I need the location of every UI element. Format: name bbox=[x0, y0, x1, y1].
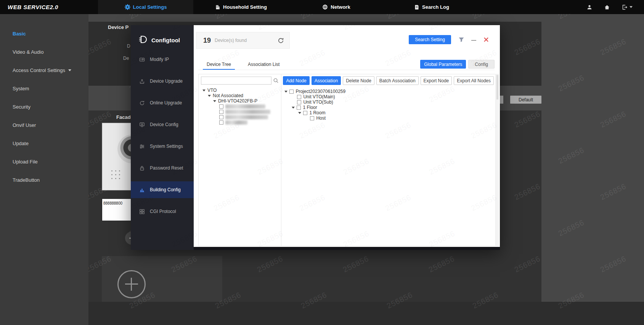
checkbox[interactable] bbox=[297, 95, 301, 99]
tree-node-host[interactable]: Host bbox=[283, 115, 494, 121]
tree-node-room[interactable]: 1 Room bbox=[283, 110, 494, 115]
tree-expander-icon[interactable] bbox=[292, 107, 295, 109]
devices-found-box: 19 Device(s) found bbox=[196, 32, 290, 49]
nav-label: Network bbox=[331, 4, 350, 10]
search-icon[interactable] bbox=[273, 78, 279, 83]
device-count-label: Device(s) found bbox=[215, 38, 247, 43]
add-button[interactable] bbox=[117, 270, 146, 298]
association-button[interactable]: Association bbox=[312, 76, 341, 85]
add-node-button[interactable]: Add Node bbox=[283, 76, 309, 85]
menu-item-label: Device Config bbox=[150, 122, 178, 127]
sidebar-item-security[interactable]: Security bbox=[0, 98, 88, 116]
redacted-text bbox=[225, 115, 268, 119]
tree-expander-icon[interactable] bbox=[298, 112, 301, 114]
checkbox[interactable] bbox=[289, 90, 294, 94]
tree-node-redacted[interactable] bbox=[201, 109, 279, 114]
tab-device-tree[interactable]: Device Tree bbox=[198, 59, 239, 70]
menu-item-device-config[interactable]: Device Config bbox=[131, 116, 194, 133]
filter-icon[interactable] bbox=[458, 37, 464, 43]
close-icon[interactable] bbox=[483, 37, 489, 42]
tree-expander-icon[interactable] bbox=[284, 91, 287, 93]
menu-item-label: Modify IP bbox=[150, 57, 169, 62]
checkbox[interactable] bbox=[219, 115, 223, 119]
truncated-label-2: De bbox=[123, 56, 129, 61]
checkbox[interactable] bbox=[297, 100, 301, 104]
scrollbar[interactable] bbox=[496, 74, 499, 246]
tree-node-unit-vto-sub[interactable]: Unit VTO(Sub) bbox=[283, 99, 494, 105]
sidebar-item-access-control-settings[interactable]: Access Control Settings bbox=[0, 61, 88, 79]
sidebar-item-label: Upload File bbox=[13, 159, 38, 165]
tree-node-not-associated[interactable]: Not Associated bbox=[201, 93, 279, 98]
tree-expander-icon[interactable] bbox=[208, 95, 211, 97]
batch-association-button[interactable]: Batch Association bbox=[376, 76, 419, 85]
default-button-label: Default bbox=[519, 97, 533, 102]
checkbox[interactable] bbox=[297, 106, 301, 110]
sidebar-item-upload-file[interactable]: Upload File bbox=[0, 152, 88, 171]
menu-item-password-reset[interactable]: Password Reset bbox=[131, 160, 194, 176]
nav-label: Search Log bbox=[422, 4, 449, 10]
scrollbar-thumb[interactable] bbox=[496, 75, 498, 99]
sidebar-item-video-audio[interactable]: Video & Audio bbox=[0, 43, 88, 61]
tree-node-redacted[interactable] bbox=[201, 104, 279, 109]
menu-item-building-config[interactable]: Building Config bbox=[131, 181, 194, 198]
tree-node-redacted[interactable] bbox=[201, 114, 279, 120]
sidebar-item-update[interactable]: Update bbox=[0, 134, 88, 152]
sidebar-item-basic[interactable]: Basic bbox=[0, 24, 88, 43]
tree-node-project[interactable]: Project20230706100259 bbox=[283, 89, 494, 94]
device-search-input[interactable] bbox=[201, 77, 271, 85]
sidebar-item-onvif-user[interactable]: Onvif User bbox=[0, 116, 88, 134]
tree-expander-icon[interactable] bbox=[213, 100, 216, 102]
menu-item-label: Building Config bbox=[150, 187, 181, 192]
checkbox[interactable] bbox=[219, 104, 223, 109]
checkbox[interactable] bbox=[310, 116, 314, 120]
export-all-nodes-button[interactable]: Export All Nodes bbox=[454, 76, 494, 85]
menu-item-online-upgrade[interactable]: Online Upgrade bbox=[131, 94, 194, 111]
config-button[interactable]: Config bbox=[468, 60, 495, 69]
nav-tab-local-settings[interactable]: Local Settings bbox=[98, 0, 193, 14]
checkbox[interactable] bbox=[219, 120, 223, 125]
tab-association-list[interactable]: Association List bbox=[239, 59, 288, 70]
tree-node-floor[interactable]: 1 Floor bbox=[283, 105, 494, 110]
nav-label: Local Settings bbox=[133, 4, 167, 10]
watermark-text: 256856 bbox=[128, 14, 157, 21]
tree-node-label: Not Associated bbox=[213, 93, 243, 98]
default-button[interactable]: Default bbox=[510, 96, 541, 104]
global-parameters-button[interactable]: Global Parameters bbox=[420, 60, 466, 69]
checkbox[interactable] bbox=[303, 111, 307, 115]
building-config-icon bbox=[139, 187, 145, 193]
delete-node-button[interactable]: Delete Node bbox=[343, 76, 374, 85]
partial-button bbox=[500, 96, 503, 104]
nav-tab-household-setting[interactable]: Household Setting bbox=[193, 0, 289, 14]
watermark-text: 256856 bbox=[599, 37, 628, 57]
nav-tab-search-log[interactable]: Search Log bbox=[384, 0, 479, 14]
logout-icon[interactable] bbox=[622, 4, 633, 10]
tab-label: Association List bbox=[248, 62, 279, 67]
watermark-text: 256856 bbox=[643, 146, 644, 166]
nav-tab-network[interactable]: Network bbox=[289, 0, 384, 14]
tree-node-redacted[interactable] bbox=[201, 120, 279, 125]
user-icon[interactable] bbox=[586, 4, 593, 10]
menu-item-modify-ip[interactable]: Modify IP bbox=[131, 51, 194, 68]
configtool-menu-panel: Configtool Modify IP Device Upgrade Onli… bbox=[131, 25, 194, 250]
search-setting-button[interactable]: Search Setting bbox=[409, 35, 451, 44]
watermark-text: 256856 bbox=[643, 218, 644, 238]
menu-item-system-settings[interactable]: System Settings bbox=[131, 138, 194, 155]
configtool-body: VTO Not Associated DHI-VTO4202FB-P bbox=[198, 74, 496, 246]
export-node-button[interactable]: Export Node bbox=[421, 76, 452, 85]
watermark-text: 256856 bbox=[599, 254, 628, 274]
tree-node-unit-vto-main[interactable]: Unit VTO(Main) bbox=[283, 94, 494, 99]
sidebar-item-system[interactable]: System bbox=[0, 79, 88, 98]
menu-item-cgi-protocol[interactable]: CGI Protocol bbox=[131, 203, 194, 220]
minimize-icon[interactable] bbox=[471, 40, 476, 41]
menu-item-device-upgrade[interactable]: Device Upgrade bbox=[131, 73, 194, 90]
tree-expander-icon[interactable] bbox=[202, 90, 206, 91]
refresh-icon[interactable] bbox=[278, 37, 284, 44]
checkbox[interactable] bbox=[219, 110, 223, 114]
tree-node-label: 1 Floor bbox=[303, 105, 317, 110]
sidebar-item-tradebutton[interactable]: TradeButton bbox=[0, 171, 88, 189]
tab-label: Device Tree bbox=[207, 62, 231, 67]
tree-node-vto[interactable]: VTO bbox=[201, 88, 279, 93]
home-icon[interactable] bbox=[604, 4, 610, 10]
device-config-icon bbox=[139, 122, 145, 128]
tree-node-device-model[interactable]: DHI-VTO4202FB-P bbox=[201, 98, 279, 104]
